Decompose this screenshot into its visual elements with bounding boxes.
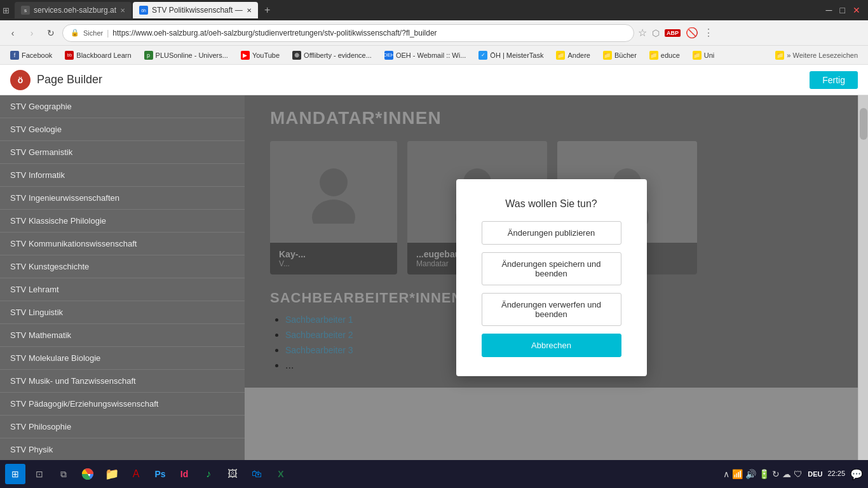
tab-switcher-icon[interactable]: ⊞ xyxy=(3,6,10,15)
language-indicator[interactable]: DEU xyxy=(808,470,822,478)
taskbar-store-icon[interactable]: 🛍 xyxy=(245,463,268,485)
taskbar-right: ∧ 📶 🔊 🔋 ↻ ☁ 🛡 DEU 22:25 💬 xyxy=(723,468,863,480)
chrome-svg-icon xyxy=(81,468,94,480)
sidebar-item-musik[interactable]: STV Musik- und Tanzwissenschaft xyxy=(0,370,245,393)
tab-icon-stv: öh xyxy=(139,6,148,15)
tab-close-services[interactable]: ✕ xyxy=(120,7,125,14)
discard-and-exit-button[interactable]: Änderungen verwerfen und beenden xyxy=(482,293,621,326)
bookmark-star-icon[interactable]: ☆ xyxy=(638,27,647,39)
bookmark-icon-facebook: f xyxy=(10,51,19,60)
menu-icon[interactable]: ⋮ xyxy=(703,27,714,39)
bookmark-offliberty[interactable]: ⊕ Offliberty - evidence... xyxy=(287,50,377,61)
more-bookmarks-button[interactable]: 📁 » Weitere Lesezeichen xyxy=(770,50,863,61)
maximize-button[interactable]: □ xyxy=(840,5,845,15)
new-tab-button[interactable]: + xyxy=(259,2,276,18)
content-wrapper: MANDATAR*INNEN Kay-... V... xyxy=(245,95,858,460)
sidebar-item-paedagogik[interactable]: STV Pädagogik/Erziehungswissenschaft xyxy=(0,393,245,416)
sidebar-item-geologie[interactable]: STV Geologie xyxy=(0,118,245,141)
back-button[interactable]: ‹ xyxy=(5,25,20,41)
bookmark-label-buecher: Bücher xyxy=(614,51,637,59)
bookmark-youtube[interactable]: ▶ YouTube xyxy=(236,50,285,61)
extensions-icon[interactable]: ⬡ xyxy=(652,28,660,38)
bookmark-icon-educe: 📁 xyxy=(649,51,658,60)
forward-button[interactable]: › xyxy=(24,25,39,41)
windows-logo-icon: ⊞ xyxy=(11,469,19,479)
sidebar: STV Geographie STV Geologie STV Germanis… xyxy=(0,95,245,460)
bookmark-andere[interactable]: 📁 Andere xyxy=(551,50,595,61)
bookmark-icon-blackboard: bb xyxy=(65,51,74,60)
taskbar-search-icon[interactable]: ⊡ xyxy=(28,463,51,485)
taskbar-files-icon[interactable]: 📁 xyxy=(100,463,123,485)
security-icon[interactable]: 🛡 xyxy=(794,469,803,479)
battery-icon[interactable]: 🔋 xyxy=(759,469,770,479)
tab-close-stv[interactable]: ✕ xyxy=(247,7,252,14)
scrollbar-thumb[interactable] xyxy=(860,108,867,140)
page-builder-title: Page Builder xyxy=(37,73,102,86)
bookmark-educe[interactable]: 📁 educe xyxy=(644,50,685,61)
address-bar: ‹ › ↻ 🔒 Sicher | https://www.oeh-salzbur… xyxy=(0,20,868,46)
sidebar-item-lehramt[interactable]: STV Lehramt xyxy=(0,278,245,301)
taskbar-indesign-icon[interactable]: Id xyxy=(173,463,196,485)
volume-icon[interactable]: 🔊 xyxy=(745,469,756,479)
tab-services[interactable]: s services.oeh-salzburg.at ✕ xyxy=(15,2,132,18)
save-and-exit-button[interactable]: Änderungen speichern und beenden xyxy=(482,252,621,285)
no-script-icon[interactable]: 🚫 xyxy=(686,27,698,39)
sidebar-item-kommunikation[interactable]: STV Kommunikationswissenschaft xyxy=(0,233,245,255)
taskbar-acrobat-icon[interactable]: A xyxy=(125,463,147,485)
page-builder-logo: ö Page Builder xyxy=(10,70,102,90)
bookmark-icon-oeh: OEH xyxy=(384,51,393,60)
sidebar-item-germanistik[interactable]: STV Germanistik xyxy=(0,141,245,164)
bookmark-label-youtube: YouTube xyxy=(252,51,280,59)
taskbar-photoshop-icon[interactable]: Ps xyxy=(149,463,172,485)
taskbar-time: 22:25 xyxy=(827,469,845,478)
taskbar-chrome-icon[interactable] xyxy=(76,463,99,485)
sync-icon[interactable]: ↻ xyxy=(772,469,780,479)
start-button[interactable]: ⊞ xyxy=(5,464,25,484)
sidebar-item-mathematik[interactable]: STV Mathematik xyxy=(0,324,245,347)
sidebar-item-kunst[interactable]: STV Kunstgeschichte xyxy=(0,255,245,278)
sidebar-item-linguistik[interactable]: STV Linguistik xyxy=(0,301,245,324)
bookmark-plusonline[interactable]: p PLUSonline - Univers... xyxy=(139,50,233,61)
refresh-button[interactable]: ↻ xyxy=(43,25,58,41)
wifi-icon[interactable]: 📶 xyxy=(732,469,743,479)
minimize-button[interactable]: ─ xyxy=(826,5,832,15)
bookmark-buecher[interactable]: 📁 Bücher xyxy=(598,50,642,61)
taskbar-spotify-icon[interactable]: ♪ xyxy=(197,463,220,485)
sidebar-item-klassische[interactable]: STV Klassische Philologie xyxy=(0,210,245,233)
adblock-icon[interactable]: ABP xyxy=(665,29,681,37)
taskbar-icons: ⊡ ⧉ 📁 A Ps Id ♪ 🖼 🛍 X xyxy=(28,463,292,485)
bookmark-oeh[interactable]: OEH OEH - Webmail :: Wi... xyxy=(379,50,471,61)
taskbar-task-view-icon[interactable]: ⧉ xyxy=(52,463,75,485)
notification-icon[interactable]: 💬 xyxy=(850,468,863,480)
bookmark-label-uni: Uni xyxy=(704,51,715,59)
sidebar-item-physik[interactable]: STV Physik xyxy=(0,438,245,460)
bookmark-facebook[interactable]: f Facebook xyxy=(5,50,57,61)
address-input[interactable]: 🔒 Sicher | https://www.oeh-salzburg.at/o… xyxy=(62,24,634,42)
taskbar-excel-icon[interactable]: X xyxy=(269,463,292,485)
close-button[interactable]: ✕ xyxy=(853,5,860,15)
systray-up-icon[interactable]: ∧ xyxy=(723,469,729,479)
bookmark-uni[interactable]: 📁 Uni xyxy=(688,50,720,61)
sidebar-item-molekular[interactable]: STV Molekulare Biologie xyxy=(0,347,245,370)
scrollbar-track[interactable] xyxy=(858,95,868,460)
cancel-button[interactable]: Abbrechen xyxy=(482,334,621,357)
window-controls: ─ □ ✕ xyxy=(826,5,865,15)
cloud-icon[interactable]: ☁ xyxy=(782,469,791,479)
taskbar-clock[interactable]: 22:25 xyxy=(827,469,845,478)
taskbar-photos-icon[interactable]: 🖼 xyxy=(221,463,244,485)
sidebar-item-informatik[interactable]: STV Informatik xyxy=(0,164,245,187)
bookmark-icon-buecher: 📁 xyxy=(603,51,612,60)
sidebar-item-philosophie[interactable]: STV Philosophie xyxy=(0,416,245,438)
fertig-button[interactable]: Fertig xyxy=(810,71,858,89)
bookmark-blackboard[interactable]: bb Blackboard Learn xyxy=(60,50,136,61)
sidebar-item-geographie[interactable]: STV Geographie xyxy=(0,95,245,118)
bookmark-label-oeh: OEH - Webmail :: Wi... xyxy=(396,51,466,59)
secure-label: Sicher xyxy=(83,29,103,37)
main-area: STV Geographie STV Geologie STV Germanis… xyxy=(0,95,868,460)
tab-label-stv: STV Politikwissenschaft — xyxy=(152,6,243,15)
sidebar-item-ingenieur[interactable]: STV Ingenieurwissenschaften xyxy=(0,187,245,210)
bookmark-meistertask[interactable]: ✓ ÖH | MeisterTask xyxy=(473,50,548,61)
tab-stv[interactable]: öh STV Politikwissenschaft — ✕ xyxy=(133,2,258,18)
bookmark-label-meistertask: ÖH | MeisterTask xyxy=(490,51,543,59)
publish-button[interactable]: Änderungen publizieren xyxy=(482,221,621,245)
